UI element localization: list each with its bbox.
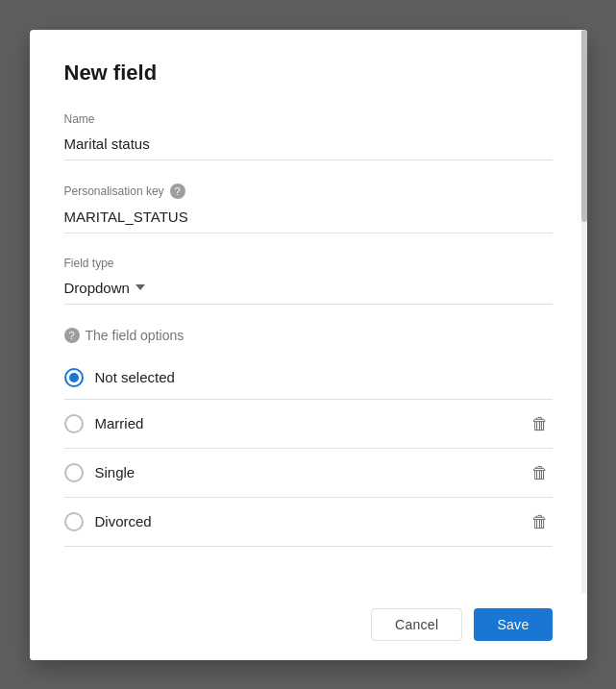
personalisation-key-label: Personalisation key (64, 185, 164, 198)
field-type-dropdown[interactable]: Dropdown (64, 276, 553, 305)
option-label-not-selected: Not selected (95, 369, 553, 385)
field-type-group: Field type Dropdown (64, 257, 553, 305)
save-button[interactable]: Save (474, 608, 552, 641)
cancel-button[interactable]: Cancel (371, 608, 462, 641)
field-options-label: The field options (86, 328, 185, 343)
option-label-single: Single (95, 464, 528, 480)
option-married: Married 🗑 (64, 400, 553, 449)
scrollbar-thumb[interactable] (581, 30, 587, 222)
radio-single[interactable] (64, 463, 84, 482)
option-label-divorced: Divorced (95, 513, 528, 529)
field-type-label: Field type (64, 257, 553, 270)
field-options-group: ? The field options Not selected Married… (64, 328, 553, 547)
personalisation-key-label-row: Personalisation key ? (64, 184, 553, 199)
name-field-group: Name (64, 112, 553, 160)
option-divorced: Divorced 🗑 (64, 498, 553, 547)
radio-divorced[interactable] (64, 512, 84, 531)
name-label: Name (64, 112, 553, 126)
dialog-content: New field Name Personalisation key ? Fie… (30, 30, 587, 593)
chevron-down-icon (136, 284, 145, 290)
radio-married[interactable] (64, 414, 84, 433)
dialog-overlay: New field Name Personalisation key ? Fie… (0, 0, 616, 689)
dialog-title: New field (64, 61, 553, 86)
personalisation-key-field-group: Personalisation key ? (64, 184, 553, 234)
field-options-label-row: ? The field options (64, 328, 553, 343)
new-field-dialog: New field Name Personalisation key ? Fie… (30, 30, 587, 660)
field-type-value: Dropdown (64, 280, 130, 296)
option-not-selected: Not selected (64, 357, 553, 400)
delete-divorced-icon[interactable]: 🗑 (528, 509, 553, 534)
personalisation-key-help-icon[interactable]: ? (170, 184, 185, 199)
field-options-help-icon[interactable]: ? (64, 328, 80, 343)
options-list: Not selected Married 🗑 Single 🗑 (64, 357, 553, 547)
radio-not-selected[interactable] (64, 368, 84, 387)
name-input[interactable] (64, 132, 553, 160)
option-label-married: Married (95, 415, 528, 431)
delete-married-icon[interactable]: 🗑 (528, 411, 553, 436)
scrollbar-track[interactable] (581, 30, 587, 593)
option-single: Single 🗑 (64, 449, 553, 498)
dialog-footer: Cancel Save (30, 593, 587, 660)
delete-single-icon[interactable]: 🗑 (528, 460, 553, 485)
personalisation-key-input[interactable] (64, 205, 553, 234)
